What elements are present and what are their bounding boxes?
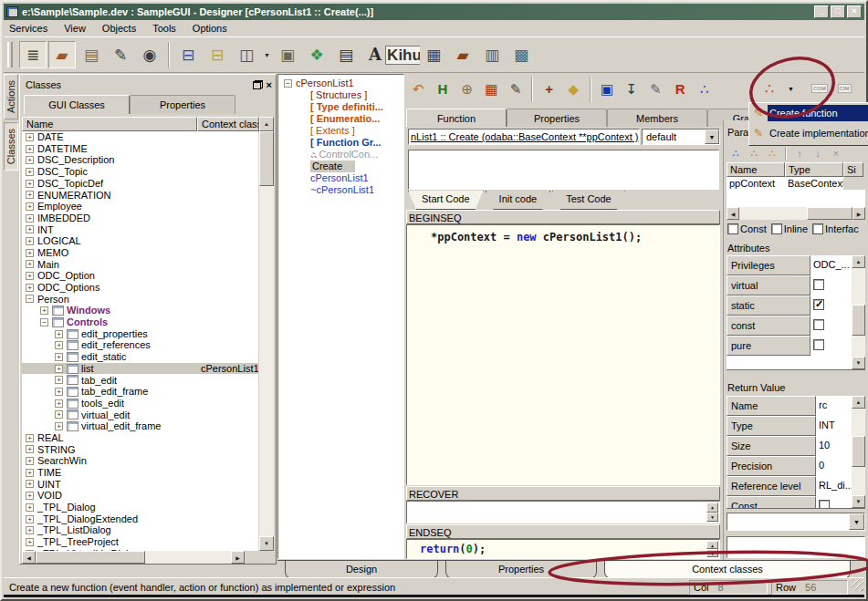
class-tree-item[interactable]: +tab_edit xyxy=(22,374,258,386)
create-function-dropdown-arrow[interactable]: ▼ xyxy=(784,76,798,101)
expand-icon[interactable]: + xyxy=(26,284,34,292)
scrollbar-thumb[interactable] xyxy=(259,131,274,186)
object-tree-item[interactable]: [ Enumeratio... xyxy=(278,113,403,125)
class-tree-item[interactable]: +edit_static xyxy=(22,351,258,363)
expand-icon[interactable]: + xyxy=(55,353,63,361)
table-button[interactable]: ▦ xyxy=(420,41,447,68)
side-tab-actions[interactable]: Actions xyxy=(4,74,18,119)
parameters-hscrollbar[interactable]: ◀ ▶ xyxy=(727,207,865,220)
dropdown-arrow-icon[interactable]: ▼ xyxy=(261,41,273,68)
collapse-icon[interactable]: − xyxy=(284,79,292,88)
expand-icon[interactable]: + xyxy=(26,249,34,257)
scroll-left-icon[interactable]: ◀ xyxy=(22,551,36,564)
class-tree-item[interactable]: +INT xyxy=(22,224,258,236)
expand-icon[interactable]: + xyxy=(55,410,63,419)
property-label[interactable]: const xyxy=(727,316,810,336)
property-value[interactable]: RL_di... xyxy=(816,476,852,496)
expand-icon[interactable]: + xyxy=(26,480,34,488)
class-tree-item[interactable]: +ENUMERATION xyxy=(22,189,258,201)
scroll-down-icon[interactable]: ▼ xyxy=(852,357,865,369)
create-com-implementation-button[interactable]: CIM xyxy=(833,77,855,100)
property-label[interactable]: Size xyxy=(727,436,816,456)
tab-init-code[interactable]: Init code xyxy=(486,191,551,210)
combo-dropdown-icon[interactable]: ▼ xyxy=(849,513,864,530)
move-up-button[interactable]: ↑ xyxy=(791,145,808,161)
class-tree-item[interactable]: +LOGICAL xyxy=(22,235,258,247)
property-value[interactable]: ODC_... xyxy=(810,255,852,275)
checkbox[interactable] xyxy=(813,319,824,330)
menu-view[interactable]: View xyxy=(64,23,86,34)
end-code-editor[interactable]: return(0); ▲ ▼ xyxy=(406,539,720,559)
menu-tools[interactable]: Tools xyxy=(152,23,176,34)
empty-field[interactable] xyxy=(727,536,865,558)
hierarchy-button[interactable]: ≣ xyxy=(19,41,47,68)
class-tree-item[interactable]: +tab_edit_frame xyxy=(22,386,258,398)
resize-grip[interactable] xyxy=(852,579,863,591)
server-button[interactable]: ▥ xyxy=(478,41,506,68)
scroll-down-icon[interactable]: ▼ xyxy=(706,513,718,523)
expand-icon[interactable]: + xyxy=(26,515,34,523)
close-panel-icon[interactable]: × xyxy=(267,79,272,90)
scroll-right-icon[interactable]: ▶ xyxy=(231,551,245,564)
start-code-editor[interactable]: *ppContext = new cPersonList1(); xyxy=(406,224,720,485)
param-append-button[interactable]: ∴ xyxy=(764,145,780,161)
expand-icon[interactable]: + xyxy=(26,133,34,141)
param-delete-button[interactable]: × xyxy=(828,145,844,161)
function-signature-field[interactable]: nList1 :: Create (odaba::BaseContext **p… xyxy=(408,129,640,145)
scroll-up-icon[interactable]: ▲ xyxy=(259,117,274,131)
class-tree-item[interactable]: +virtual_edit xyxy=(22,409,258,421)
property-label[interactable]: static xyxy=(727,295,810,316)
checkbox[interactable] xyxy=(727,223,738,234)
expand-icon[interactable]: + xyxy=(26,202,34,211)
expand-icon[interactable]: + xyxy=(26,180,34,188)
expand-icon[interactable]: + xyxy=(26,445,34,453)
class-tree-item[interactable]: +DSC_TopicDef xyxy=(22,178,258,190)
class-tree-item[interactable]: +MEMO xyxy=(22,247,258,259)
side-tab-classes[interactable]: Classes xyxy=(4,122,18,171)
image-button[interactable]: ▣ xyxy=(274,41,301,68)
scrollbar-thumb[interactable] xyxy=(852,305,865,336)
class-tree-item[interactable]: +edit_properties xyxy=(22,328,258,340)
scroll-up-icon[interactable]: ▲ xyxy=(852,396,865,409)
property-label[interactable]: pure xyxy=(727,336,810,356)
close-button[interactable]: × xyxy=(847,5,862,18)
toolbar-grip[interactable] xyxy=(7,42,13,67)
checkbox[interactable] xyxy=(813,279,824,290)
import-button[interactable]: ▦ xyxy=(480,78,503,101)
fill-button[interactable]: ◆ xyxy=(562,78,585,101)
expand-icon[interactable]: + xyxy=(26,434,34,442)
object-tree-item[interactable]: ∴ControlCon... xyxy=(278,149,403,161)
tab-properties-left[interactable]: Properties xyxy=(130,95,235,114)
scrollbar-thumb[interactable] xyxy=(36,551,145,564)
class-tree-item[interactable]: +Employee xyxy=(22,201,258,212)
scroll-up-icon[interactable]: ▲ xyxy=(706,541,718,549)
expand-icon[interactable]: + xyxy=(55,341,63,349)
expand-icon[interactable]: + xyxy=(26,503,34,512)
drawer-blue-button[interactable]: ⊟ xyxy=(174,41,202,68)
menu-item-create-implementation[interactable]: ✎ Create implementation xyxy=(749,123,868,143)
property-label[interactable]: Privileges xyxy=(727,255,810,275)
expand-icon[interactable]: + xyxy=(26,191,34,199)
class-tree-item[interactable]: +DSC_Description xyxy=(22,154,258,166)
property-label[interactable]: virtual xyxy=(727,275,810,295)
edit-document-button[interactable]: ✎ xyxy=(107,41,134,68)
class-tree-item[interactable]: +VOID xyxy=(22,490,258,502)
expand-icon[interactable]: + xyxy=(26,469,34,477)
catalog-button[interactable]: ▤ xyxy=(78,41,105,68)
scroll-down-icon[interactable]: ▼ xyxy=(852,495,865,508)
window-button[interactable]: ▩ xyxy=(507,41,535,68)
class-tree-item[interactable]: +_TPL_DialogExtended xyxy=(22,513,258,525)
checkbox[interactable] xyxy=(812,223,823,234)
object-tree-item[interactable]: −cPersonList1 xyxy=(278,78,403,89)
delete-hierarchy-button[interactable]: H xyxy=(432,78,455,101)
references-button[interactable]: ∴ xyxy=(693,78,716,101)
column-header-context-class[interactable]: Context class xyxy=(197,117,259,131)
checkbox[interactable] xyxy=(771,223,782,234)
expand-icon[interactable]: + xyxy=(26,145,34,153)
parameters-table-body[interactable] xyxy=(727,190,865,207)
property-value[interactable]: 10 xyxy=(816,436,852,456)
param-column-header[interactable]: Name xyxy=(727,162,785,177)
class-tree-item[interactable]: +edit_references xyxy=(22,339,258,351)
scroll-left-icon[interactable]: ◀ xyxy=(727,207,739,220)
class-tree-item[interactable]: +REAL xyxy=(22,432,258,444)
